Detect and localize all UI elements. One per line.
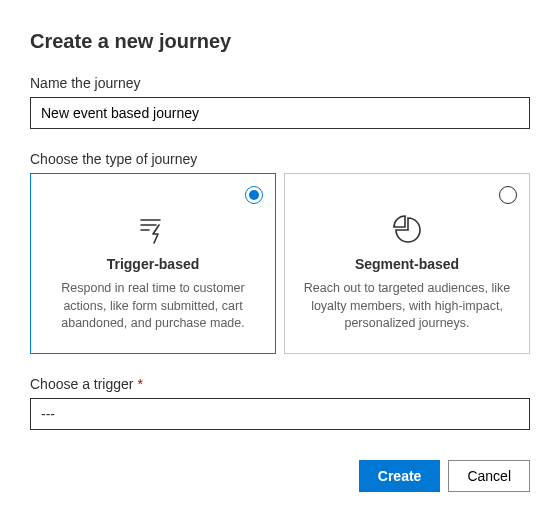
- card-segment-based[interactable]: Segment-based Reach out to targeted audi…: [284, 173, 530, 354]
- card-description: Respond in real time to customer actions…: [49, 280, 257, 333]
- dialog-title: Create a new journey: [30, 30, 530, 53]
- radio-segment-based[interactable]: [499, 186, 517, 204]
- journey-name-input[interactable]: [30, 97, 530, 129]
- type-section-label: Choose the type of journey: [30, 151, 530, 167]
- trigger-select-value: ---: [41, 406, 55, 422]
- trigger-icon: [137, 214, 169, 246]
- trigger-field-label: Choose a trigger *: [30, 376, 530, 392]
- trigger-label-text: Choose a trigger: [30, 376, 134, 392]
- radio-trigger-based[interactable]: [245, 186, 263, 204]
- required-asterisk: *: [137, 376, 142, 392]
- card-title: Trigger-based: [49, 256, 257, 272]
- name-field-block: Name the journey: [30, 75, 530, 129]
- cancel-button[interactable]: Cancel: [448, 460, 530, 492]
- trigger-field-block: Choose a trigger * ---: [30, 376, 530, 430]
- type-cards: Trigger-based Respond in real time to cu…: [30, 173, 530, 354]
- segment-icon: [391, 214, 423, 246]
- trigger-select[interactable]: ---: [30, 398, 530, 430]
- create-button[interactable]: Create: [359, 460, 441, 492]
- radio-dot: [249, 190, 259, 200]
- card-description: Reach out to targeted audiences, like lo…: [303, 280, 511, 333]
- type-section: Choose the type of journey Trigger-based…: [30, 151, 530, 354]
- card-trigger-based[interactable]: Trigger-based Respond in real time to cu…: [30, 173, 276, 354]
- name-field-label: Name the journey: [30, 75, 530, 91]
- dialog-footer: Create Cancel: [30, 460, 530, 492]
- card-title: Segment-based: [303, 256, 511, 272]
